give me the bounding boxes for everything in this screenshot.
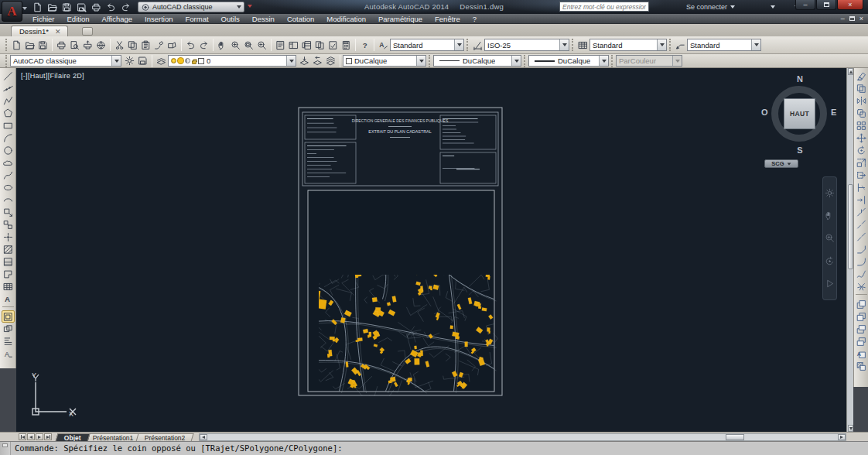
send-under-objects-icon[interactable] xyxy=(855,335,868,347)
properties-icon[interactable] xyxy=(274,39,287,51)
extend-icon[interactable] xyxy=(855,193,868,206)
chamfer-icon[interactable] xyxy=(855,243,868,255)
help-icon[interactable] xyxy=(778,1,791,12)
copy-object-icon[interactable] xyxy=(855,82,868,94)
zoom-window-icon[interactable] xyxy=(242,39,255,51)
search-icon[interactable] xyxy=(654,1,667,12)
workspace-extra-chevron-icon[interactable] xyxy=(248,5,252,8)
play-icon[interactable] xyxy=(824,278,836,289)
menu-edition[interactable]: Edition xyxy=(61,14,96,23)
command-window-grip[interactable] xyxy=(0,442,11,455)
zoom-realtime-icon[interactable] xyxy=(824,232,836,244)
join-icon[interactable] xyxy=(855,231,868,243)
save-icon[interactable] xyxy=(36,39,50,51)
chevron-down-icon[interactable] xyxy=(751,39,760,50)
plot-preview-icon[interactable] xyxy=(68,39,81,51)
color-combo[interactable]: DuCalque xyxy=(343,55,426,67)
quick-workspace-combo[interactable]: AutoCAD classique xyxy=(138,2,244,12)
toolbar-grip[interactable] xyxy=(5,39,8,51)
layer-states-icon[interactable] xyxy=(324,55,337,67)
chevron-down-icon[interactable] xyxy=(111,56,121,66)
mirror-icon[interactable] xyxy=(855,94,868,107)
help-icon[interactable]: ? xyxy=(358,39,371,51)
polyline-icon[interactable] xyxy=(2,94,15,107)
3d-dwf-icon[interactable] xyxy=(94,39,108,51)
next-tab-icon[interactable] xyxy=(36,433,43,440)
previous-tab-icon[interactable] xyxy=(27,433,35,440)
viewport-controls[interactable]: [-][Haut][Filaire 2D] xyxy=(21,72,84,80)
copy-icon[interactable] xyxy=(126,39,139,51)
chevron-down-icon[interactable] xyxy=(657,39,666,50)
save-workspace-icon[interactable] xyxy=(136,55,149,67)
layer-previous-icon[interactable] xyxy=(311,55,324,67)
viewcube-top-face[interactable]: HAUT xyxy=(784,98,815,129)
menu-fichier[interactable]: Fichier xyxy=(26,14,61,23)
group-icon[interactable] xyxy=(2,323,15,335)
circle-icon[interactable] xyxy=(2,144,15,156)
menu-outils[interactable]: Outils xyxy=(215,14,246,23)
attributes-icon[interactable] xyxy=(2,335,15,347)
explode-icon[interactable] xyxy=(855,280,868,292)
linetype-combo[interactable]: DuCalque xyxy=(433,55,521,67)
make-current-icon[interactable] xyxy=(298,55,311,67)
design-center-icon[interactable] xyxy=(287,39,300,51)
polygon-icon[interactable] xyxy=(2,107,15,119)
sign-in-button[interactable]: Se connecter xyxy=(686,3,727,11)
tool-palettes-icon[interactable] xyxy=(300,39,313,51)
new-icon[interactable] xyxy=(31,2,44,13)
lineweight-combo[interactable]: DuCalque xyxy=(528,55,609,67)
dim-style-combo[interactable]: ISO-25 xyxy=(484,39,569,51)
user-icon[interactable] xyxy=(670,1,683,12)
tab-presentation2[interactable]: Présentation2 xyxy=(136,433,195,442)
fillet-icon[interactable] xyxy=(855,255,868,268)
vertical-scroll-thumb[interactable] xyxy=(848,184,853,269)
break-icon[interactable] xyxy=(855,218,868,231)
revision-cloud-icon[interactable] xyxy=(2,156,15,169)
undo-icon[interactable] xyxy=(184,39,197,51)
dim-style-icon[interactable] xyxy=(471,39,484,51)
zoom-realtime-icon[interactable] xyxy=(229,39,242,51)
pan-icon[interactable] xyxy=(216,39,229,51)
close-button[interactable]: × xyxy=(837,0,863,10)
menu-modification[interactable]: Modification xyxy=(320,14,372,23)
horizontal-scrollbar[interactable] xyxy=(199,433,846,441)
a360-icon[interactable] xyxy=(754,1,767,12)
scroll-down-icon[interactable] xyxy=(848,425,853,432)
scroll-left-icon[interactable] xyxy=(200,434,207,440)
chevron-down-icon[interactable] xyxy=(599,56,608,66)
table-style-combo[interactable]: Standard xyxy=(589,39,667,51)
horizontal-scroll-thumb[interactable] xyxy=(726,434,744,440)
tab-objet[interactable]: Objet xyxy=(55,433,90,442)
toolbar-grip[interactable] xyxy=(5,55,8,67)
search-input[interactable] xyxy=(560,2,648,11)
scale-icon[interactable] xyxy=(855,156,868,169)
layer-lock-icon[interactable] xyxy=(192,60,196,64)
vertical-scrollbar[interactable] xyxy=(846,68,853,432)
doc-restore-button[interactable] xyxy=(849,16,855,21)
rectangle-icon[interactable] xyxy=(2,119,15,132)
a360-chevron-icon[interactable] xyxy=(771,5,775,9)
doc-minimize-button[interactable]: – xyxy=(841,15,845,22)
ucs-selector-button[interactable]: SCG xyxy=(764,159,798,168)
chevron-down-icon[interactable] xyxy=(416,56,425,66)
open-icon[interactable] xyxy=(23,39,36,51)
point-icon[interactable] xyxy=(2,231,15,243)
rotate-icon[interactable] xyxy=(855,144,868,156)
save-as-icon[interactable] xyxy=(75,2,88,13)
drawing-area[interactable]: [-][Haut][Filaire 2D] N S O E HAUT SCG D… xyxy=(17,68,846,432)
table-icon[interactable] xyxy=(2,280,15,292)
compass-west[interactable]: O xyxy=(761,108,768,117)
redo-icon[interactable] xyxy=(197,39,210,51)
chevron-down-icon[interactable] xyxy=(454,39,463,50)
restore-button[interactable] xyxy=(816,0,836,10)
compass-east[interactable]: E xyxy=(831,108,836,117)
command-line[interactable]: Commande: Spécifiez le coin opposé ou [T… xyxy=(0,441,868,455)
workspace-combo[interactable]: AutoCAD classique xyxy=(10,55,121,67)
layer-freeze-icon[interactable] xyxy=(178,58,183,63)
new-icon[interactable] xyxy=(10,39,23,51)
doc-close-button[interactable]: × xyxy=(859,15,863,22)
array-icon[interactable] xyxy=(855,119,868,132)
compass-north[interactable]: N xyxy=(764,74,836,84)
offset-icon[interactable] xyxy=(855,107,868,119)
mleader-style-icon[interactable] xyxy=(674,39,687,51)
